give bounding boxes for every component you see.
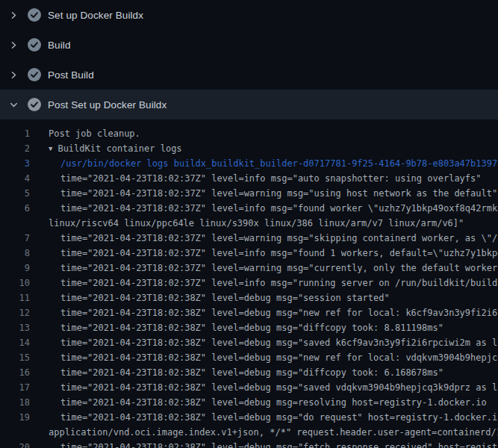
log-row: 3 /usr/bin/docker logs buildx_buildkit_b…	[0, 156, 498, 171]
log-line-text: time="2021-04-23T18:02:38Z" level=debug …	[60, 380, 498, 395]
log-row: 20 time="2021-04-23T18:02:38Z" level=deb…	[0, 440, 498, 448]
log-line-number[interactable]: 20	[0, 440, 30, 448]
log-line-text: time="2021-04-23T18:02:38Z" level=debug …	[60, 365, 443, 380]
log-line-number[interactable]: 6	[0, 201, 30, 216]
log-row-wrap: application/vnd.oci.image.index.v1+json,…	[0, 425, 498, 440]
chevron-right-icon	[10, 11, 18, 19]
log-row: 9 time="2021-04-23T18:02:37Z" level=warn…	[0, 261, 498, 276]
log-line-text: time="2021-04-23T18:02:38Z" level=debug …	[60, 410, 498, 425]
success-check-icon	[27, 37, 42, 52]
log-row: 4 time="2021-04-23T18:02:37Z" level=info…	[0, 171, 498, 186]
log-line-text: time="2021-04-23T18:02:37Z" level=info m…	[60, 276, 498, 290]
log-line-number[interactable]: 7	[0, 231, 30, 246]
log-row: 2 ▼BuildKit container logs	[0, 141, 498, 156]
log-line-text: time="2021-04-23T18:02:37Z" level=warnin…	[60, 186, 497, 201]
success-check-icon	[27, 7, 42, 22]
log-line-text: time="2021-04-23T18:02:38Z" level=debug …	[60, 290, 390, 305]
chevron-right-icon	[10, 71, 18, 79]
log-line-text: ▼BuildKit container logs	[49, 141, 182, 156]
log-line-number[interactable]: 18	[0, 395, 30, 410]
log-line-number[interactable]: 1	[0, 126, 30, 141]
log-row: 16 time="2021-04-23T18:02:38Z" level=deb…	[0, 365, 498, 380]
log-line-number[interactable]: 13	[0, 320, 30, 335]
log-row: 17 time="2021-04-23T18:02:38Z" level=deb…	[0, 380, 498, 395]
log-line-number[interactable]: 9	[0, 261, 30, 276]
log-line-number	[0, 425, 30, 440]
log-line-text: time="2021-04-23T18:02:37Z" level=warnin…	[60, 261, 498, 276]
log-row: 8 time="2021-04-23T18:02:37Z" level=info…	[0, 246, 498, 261]
step-row-build[interactable]: Build	[0, 30, 498, 60]
log-line-number[interactable]: 12	[0, 305, 30, 320]
log-row-wrap: linux/riscv64 linux/ppc64le linux/s390x …	[0, 216, 498, 231]
job-steps-list: Set up Docker Buildx Build Post Build Po…	[0, 0, 498, 119]
log-line-text: application/vnd.oci.image.index.v1+json,…	[49, 425, 498, 440]
log-line-text: time="2021-04-23T18:02:37Z" level=warnin…	[60, 231, 498, 246]
log-line-number[interactable]: 14	[0, 335, 30, 350]
log-line-text: linux/riscv64 linux/ppc64le linux/s390x …	[49, 216, 464, 231]
step-label: Post Build	[48, 69, 94, 81]
log-row: 15 time="2021-04-23T18:02:38Z" level=deb…	[0, 350, 498, 365]
log-row: 10 time="2021-04-23T18:02:37Z" level=inf…	[0, 276, 498, 290]
log-line-number[interactable]: 2	[0, 141, 30, 156]
chevron-down-icon	[10, 101, 18, 109]
log-group-toggle-icon[interactable]: ▼	[49, 141, 52, 156]
log-row: 7 time="2021-04-23T18:02:37Z" level=warn…	[0, 231, 498, 246]
log-row: 13 time="2021-04-23T18:02:38Z" level=deb…	[0, 320, 498, 335]
log-line-number[interactable]: 11	[0, 290, 30, 305]
log-line-text: time="2021-04-23T18:02:38Z" level=debug …	[60, 350, 498, 365]
log-row: 6 time="2021-04-23T18:02:37Z" level=info…	[0, 201, 498, 216]
log-line-number[interactable]: 15	[0, 350, 30, 365]
log-row: 18 time="2021-04-23T18:02:38Z" level=deb…	[0, 395, 498, 410]
log-line-text: time="2021-04-23T18:02:38Z" level=debug …	[60, 440, 498, 448]
log-line-text: time="2021-04-23T18:02:37Z" level=info m…	[60, 201, 498, 216]
success-check-icon	[27, 97, 42, 112]
log-row: 5 time="2021-04-23T18:02:37Z" level=warn…	[0, 186, 498, 201]
log-line-number[interactable]: 5	[0, 186, 30, 201]
step-log-output: 1 Post job cleanup. 2 ▼BuildKit containe…	[0, 119, 498, 448]
step-label: Post Set up Docker Buildx	[48, 99, 166, 111]
log-line-text: time="2021-04-23T18:02:37Z" level=info m…	[60, 171, 482, 186]
log-row: 12 time="2021-04-23T18:02:38Z" level=deb…	[0, 305, 498, 320]
log-line-number[interactable]: 3	[0, 156, 30, 171]
log-command-text: /usr/bin/docker logs buildx_buildkit_bui…	[60, 156, 498, 171]
log-line-number[interactable]: 10	[0, 276, 30, 290]
log-row: 11 time="2021-04-23T18:02:38Z" level=deb…	[0, 290, 498, 305]
step-row-post-build[interactable]: Post Build	[0, 60, 498, 90]
step-row-post-set-up-docker-buildx[interactable]: Post Set up Docker Buildx	[0, 90, 498, 119]
log-line-number[interactable]: 17	[0, 380, 30, 395]
log-line-number[interactable]: 16	[0, 365, 30, 380]
log-row: 1 Post job cleanup.	[0, 126, 498, 141]
log-row: 14 time="2021-04-23T18:02:38Z" level=deb…	[0, 335, 498, 350]
log-line-number[interactable]: 8	[0, 246, 30, 261]
log-line-number[interactable]: 19	[0, 410, 30, 425]
step-label: Build	[48, 40, 71, 51]
log-line-number	[0, 216, 30, 231]
log-line-text: time="2021-04-23T18:02:37Z" level=info m…	[60, 246, 498, 261]
log-line-number[interactable]: 4	[0, 171, 30, 186]
log-line-text: time="2021-04-23T18:02:38Z" level=debug …	[60, 395, 487, 410]
log-line-text: time="2021-04-23T18:02:38Z" level=debug …	[60, 335, 498, 350]
success-check-icon	[27, 67, 42, 82]
step-row-set-up-docker-buildx[interactable]: Set up Docker Buildx	[0, 0, 498, 30]
log-row: 19 time="2021-04-23T18:02:38Z" level=deb…	[0, 410, 498, 425]
step-label: Set up Docker Buildx	[48, 10, 143, 21]
log-line-text: Post job cleanup.	[49, 126, 140, 141]
log-line-text: time="2021-04-23T18:02:38Z" level=debug …	[60, 320, 443, 335]
log-line-text: time="2021-04-23T18:02:38Z" level=debug …	[60, 305, 498, 320]
chevron-right-icon	[10, 41, 18, 49]
log-group-title: BuildKit container logs	[57, 143, 181, 154]
